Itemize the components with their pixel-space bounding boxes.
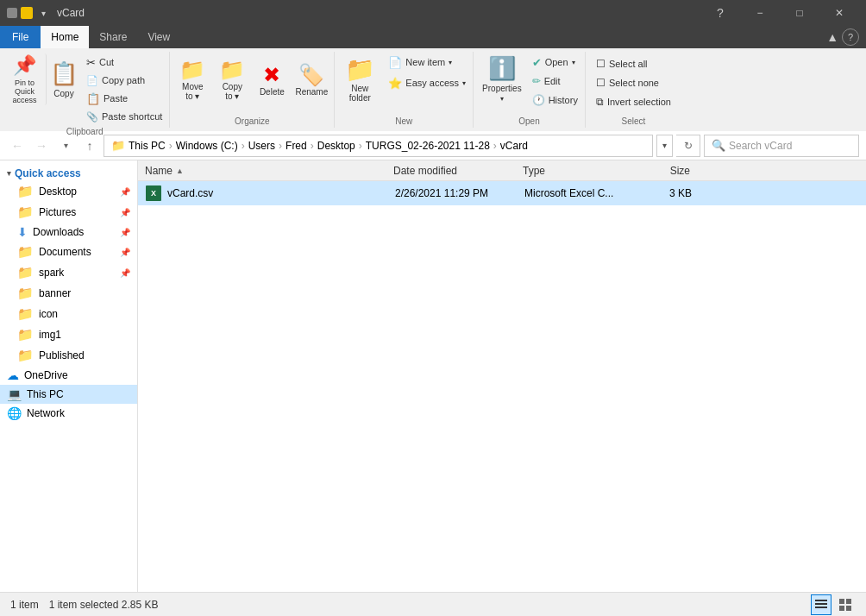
tab-home[interactable]: Home [41, 26, 89, 48]
network-icon: 🌐 [7, 406, 22, 420]
properties-icon: ℹ️ [488, 55, 516, 82]
tab-file[interactable]: File [0, 26, 41, 48]
sidebar-item-spark[interactable]: 📁 spark 📌 [0, 262, 137, 283]
rename-button[interactable]: 🏷️ Rename [292, 53, 330, 105]
sidebar-label-downloads: Downloads [33, 226, 84, 238]
sidebar-item-documents[interactable]: 📁 Documents 📌 [0, 242, 137, 262]
folder-icon-downloads: ⬇ [17, 225, 28, 239]
edit-button[interactable]: ✏ Edit [529, 72, 581, 90]
search-box[interactable]: 🔍 Search vCard [704, 135, 859, 157]
col-header-size[interactable]: Size [628, 165, 697, 177]
sidebar-section-quick-access[interactable]: ▾ Quick access [0, 164, 137, 181]
history-button[interactable]: 🕐 History [529, 91, 581, 109]
sidebar-item-network[interactable]: 🌐 Network [0, 404, 137, 423]
folder-icon-desktop: 📁 [17, 184, 34, 199]
new-item-button[interactable]: 📄 New item ▾ [385, 53, 469, 71]
file-date: 2/26/2021 11:29 PM [388, 187, 518, 199]
sidebar-label-img1: img1 [39, 329, 61, 341]
recent-locations-button[interactable]: ▾ [55, 135, 76, 156]
new-folder-icon: 📁 [345, 55, 375, 84]
help-ribbon-btn[interactable]: ? [842, 28, 859, 46]
pin-icon-desktop: 📌 [120, 187, 130, 197]
tab-share[interactable]: Share [89, 26, 137, 48]
minimize-btn[interactable]: − [740, 0, 780, 26]
sidebar-label-banner: banner [39, 287, 71, 299]
close-btn[interactable]: ✕ [819, 0, 859, 26]
detail-view-button[interactable] [811, 594, 831, 615]
sidebar-item-img1[interactable]: 📁 img1 [0, 324, 137, 345]
history-icon: 🕐 [532, 94, 545, 106]
select-all-icon: ☐ [596, 58, 606, 70]
maximize-btn[interactable]: □ [780, 0, 819, 26]
easy-access-button[interactable]: ⭐ Easy access ▾ [385, 74, 469, 91]
open-icon: ✔ [532, 56, 542, 69]
search-icon: 🔍 [712, 139, 725, 152]
col-header-type[interactable]: Type [516, 165, 628, 177]
sidebar-item-desktop[interactable]: 📁 Desktop 📌 [0, 181, 137, 202]
refresh-button[interactable]: ↻ [676, 135, 700, 157]
copy-to-button[interactable]: 📁 Copyto ▾ [213, 53, 251, 105]
large-icon-view-button[interactable] [835, 594, 856, 615]
tab-view[interactable]: View [137, 26, 180, 48]
pin-quick-access-button[interactable]: 📌 Pin to Quickaccess [3, 53, 47, 105]
ribbon-collapse-btn[interactable]: ▲ [826, 30, 838, 44]
paste-button[interactable]: 📋 Paste [83, 90, 166, 107]
select-none-button[interactable]: ☐ Select none [593, 74, 675, 91]
select-all-button[interactable]: ☐ Select all [593, 55, 675, 72]
select-group-label: Select [589, 115, 678, 126]
folder-icon-img1: 📁 [17, 327, 34, 343]
forward-button[interactable]: → [31, 135, 52, 156]
sidebar-item-banner[interactable]: 📁 banner [0, 283, 137, 304]
new-item-icon: 📄 [388, 56, 402, 69]
paste-shortcut-label: Paste shortcut [102, 111, 162, 122]
sidebar-item-icon[interactable]: 📁 icon [0, 304, 137, 324]
address-bar: ← → ▾ ↑ 📁 This PC › Windows (C:) › Users… [0, 131, 866, 160]
rename-icon: 🏷️ [298, 63, 324, 87]
open-label: Open [545, 57, 568, 67]
col-header-date[interactable]: Date modified [386, 165, 516, 177]
cut-button[interactable]: ✂ Cut [83, 53, 166, 71]
organize-group-label: Organize [173, 115, 330, 126]
col-name-label: Name [145, 165, 173, 177]
pin-icon-pictures: 📌 [120, 208, 130, 217]
new-item-label: New item [405, 57, 445, 67]
file-row-vcard-csv[interactable]: X vCard.csv 2/26/2021 11:29 PM Microsoft… [138, 181, 866, 205]
copy-button-large[interactable]: 📋 Copy [47, 53, 81, 105]
clipboard-small-group: ✂ Cut 📄 Copy path 📋 Paste 📎 Paste shortc… [83, 53, 166, 125]
properties-button[interactable]: ℹ️ Properties▾ [477, 53, 527, 105]
select-items: ☐ Select all ☐ Select none ⧉ Invert sele… [589, 53, 678, 115]
select-options: ☐ Select all ☐ Select none ⧉ Invert sele… [589, 53, 678, 112]
paste-shortcut-button[interactable]: 📎 Paste shortcut [83, 108, 166, 125]
path-dropdown-arrow[interactable]: ▾ [656, 135, 673, 157]
back-button[interactable]: ← [7, 135, 28, 156]
sidebar-label-documents: Documents [39, 246, 91, 258]
sidebar-item-onedrive[interactable]: ☁ OneDrive [0, 366, 137, 385]
delete-button[interactable]: ✖ Delete [253, 53, 291, 105]
file-area-empty[interactable] [138, 205, 866, 550]
up-button[interactable]: ↑ [79, 135, 100, 156]
app-dropdown-icon[interactable]: ▾ [36, 6, 50, 20]
organize-items: 📁 Moveto ▾ 📁 Copyto ▾ ✖ Delete 🏷️ Rename [173, 53, 330, 115]
ribbon-content: 📌 Pin to Quickaccess 📋 Copy ✂ Cut 📄 Copy… [0, 48, 866, 131]
paste-shortcut-icon: 📎 [86, 111, 98, 123]
copy-path-button[interactable]: 📄 Copy path [83, 72, 166, 89]
help-btn[interactable]: ? [700, 0, 740, 26]
open-button[interactable]: ✔ Open ▾ [529, 53, 581, 71]
sidebar-item-pictures[interactable]: 📁 Pictures 📌 [0, 202, 137, 223]
sidebar-label-desktop: Desktop [39, 185, 77, 198]
col-header-name[interactable]: Name ▲ [145, 165, 386, 177]
edit-icon: ✏ [532, 75, 541, 87]
sidebar-label-spark: spark [39, 267, 64, 279]
group-clipboard: 📌 Pin to Quickaccess 📋 Copy ✂ Cut 📄 Copy… [0, 52, 170, 128]
new-folder-button[interactable]: 📁 Newfolder [338, 53, 381, 105]
group-new: 📁 Newfolder 📄 New item ▾ ⭐ Easy access ▾… [335, 52, 474, 128]
sidebar-item-thispc[interactable]: 💻 This PC [0, 385, 137, 404]
main-area: ▾ Quick access 📁 Desktop 📌 📁 Pictures 📌 … [0, 160, 866, 592]
sidebar-item-downloads[interactable]: ⬇ Downloads 📌 [0, 223, 137, 242]
folder-icon-documents: 📁 [17, 244, 34, 260]
sidebar-item-published[interactable]: 📁 Published [0, 345, 137, 366]
sidebar-label-network: Network [27, 407, 65, 419]
move-to-button[interactable]: 📁 Moveto ▾ [173, 53, 211, 105]
address-path[interactable]: 📁 This PC › Windows (C:) › Users › Fred … [104, 135, 653, 157]
invert-selection-button[interactable]: ⧉ Invert selection [593, 93, 675, 110]
